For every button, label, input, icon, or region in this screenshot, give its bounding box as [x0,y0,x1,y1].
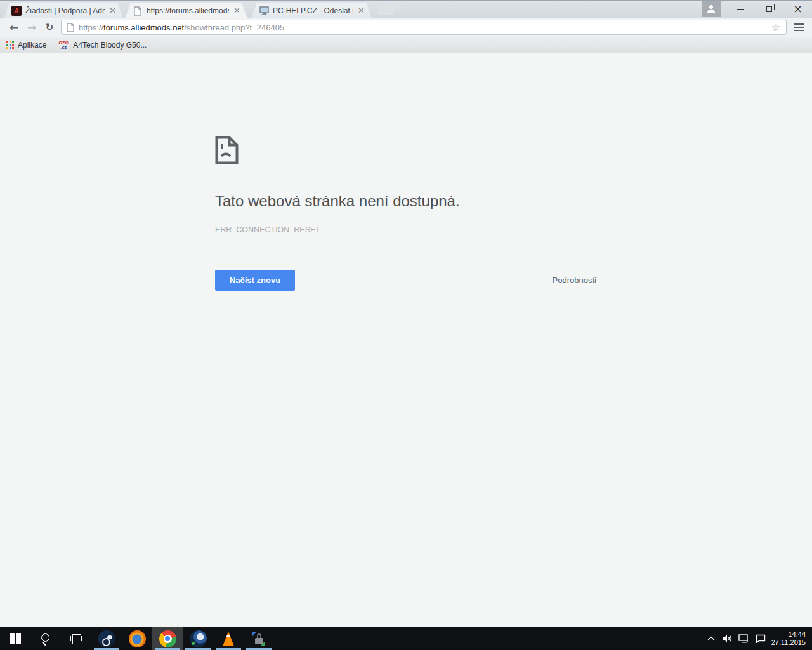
url-scheme: https:// [79,23,103,32]
network-icon [738,634,749,643]
close-icon[interactable]: ✕ [108,6,117,15]
tab-ziadosti[interactable]: A Žiadosti | Podpora | Admin ✕ [4,3,123,18]
media-player-icon [190,630,207,647]
close-icon[interactable]: ✕ [357,6,365,15]
search-icon [40,633,51,644]
tab-title: Žiadosti | Podpora | Admin [25,6,105,15]
chevron-up-icon [707,636,715,641]
tab-pchelp[interactable]: PC-HELP.CZ - Odeslat nov ✕ [251,3,372,18]
czc-icon: CZC .cz [58,41,69,50]
lock-sync-icon [252,632,265,646]
action-center-icon [756,634,766,643]
reload-icon: ↻ [46,22,54,33]
bookmark-label: A4Tech Bloody G50... [73,41,147,50]
reload-page-button[interactable]: Načíst znovu [215,270,295,291]
apps-shortcut[interactable]: Aplikace [6,41,46,50]
system-tray: 14:44 27.11.2015 [703,627,812,650]
taskbar-app-steam[interactable] [91,627,122,650]
hamburger-icon [794,23,804,25]
page-icon [67,22,74,32]
url-host: forums.alliedmods.net [103,23,184,32]
vlc-cone-icon [221,632,236,646]
restore-button[interactable] [755,1,783,18]
firefox-icon [129,630,146,647]
alliedmodders-icon: A [11,6,22,16]
close-icon: × [793,4,802,15]
tab-title: https://forums.alliedmods [147,6,229,15]
page-icon [133,6,143,16]
volume-button[interactable] [719,627,736,650]
close-icon[interactable]: ✕ [233,6,241,15]
monitor-icon [259,6,269,16]
restore-icon [766,6,772,12]
bookmark-star-icon[interactable]: ☆ [771,22,781,33]
url-text[interactable]: https://forums.alliedmods.net/showthread… [79,23,767,32]
browser-toolbar: ← → ↻ https://forums.alliedmods.net/show… [0,18,812,37]
task-view-icon [70,634,82,643]
taskbar-app-firefox[interactable] [122,627,152,650]
window-controls: × [726,1,812,18]
person-icon [707,5,716,13]
tab-strip: A Žiadosti | Podpora | Admin ✕ https://f… [0,0,812,18]
taskbar-app-sync-lock[interactable] [244,627,274,650]
windows-logo-icon [10,633,21,644]
apps-grid-icon [6,41,14,49]
taskbar-app-vlc[interactable] [213,627,244,650]
new-tab-button[interactable] [377,4,398,15]
forward-button[interactable]: → [23,19,41,36]
bookmark-a4tech[interactable]: CZC .cz A4Tech Bloody G50... [58,41,147,50]
details-link[interactable]: Podrobnosti [553,275,596,285]
steam-icon [98,630,115,647]
minimize-icon [737,9,744,10]
back-button[interactable]: ← [5,19,23,36]
reload-button[interactable]: ↻ [41,19,58,36]
bookmarks-bar: Aplikace CZC .cz A4Tech Bloody G50... [0,37,812,53]
close-window-button[interactable]: × [783,1,812,18]
taskbar-clock[interactable]: 14:44 27.11.2015 [769,630,812,647]
chrome-menu-button[interactable] [792,19,807,36]
address-bar[interactable]: https://forums.alliedmods.net/showthread… [61,20,787,35]
error-code: ERR_CONNECTION_RESET [215,225,320,234]
speaker-icon [722,634,733,643]
profile-avatar-button[interactable] [702,1,721,17]
network-button[interactable] [736,627,752,650]
error-actions: Načíst znovu Podrobnosti [215,270,596,291]
tab-alliedmods-active[interactable]: https://forums.alliedmods ✕ [125,3,247,18]
back-arrow-icon: ← [10,21,18,34]
clock-time: 14:44 [771,630,806,639]
action-center-button[interactable] [752,627,769,650]
chrome-icon [159,630,176,647]
sad-page-icon [215,136,239,164]
url-path: /showthread.php?t=246405 [184,23,284,32]
tab-title: PC-HELP.CZ - Odeslat nov [273,6,353,15]
tray-expand-button[interactable] [703,627,719,650]
error-title: Tato webová stránka není dostupná. [215,192,460,210]
windows-taskbar: 14:44 27.11.2015 [0,627,812,650]
taskbar-app-chrome[interactable] [152,627,183,650]
error-page: Tato webová stránka není dostupná. ERR_C… [0,53,812,627]
minimize-button[interactable] [726,1,755,18]
taskbar-app-media-player[interactable] [183,627,213,650]
clock-date: 27.11.2015 [771,639,806,647]
task-view-button[interactable] [61,627,91,650]
start-button[interactable] [0,627,30,650]
taskbar-search-button[interactable] [30,627,61,650]
apps-label: Aplikace [18,41,46,50]
forward-arrow-icon: → [27,21,36,34]
